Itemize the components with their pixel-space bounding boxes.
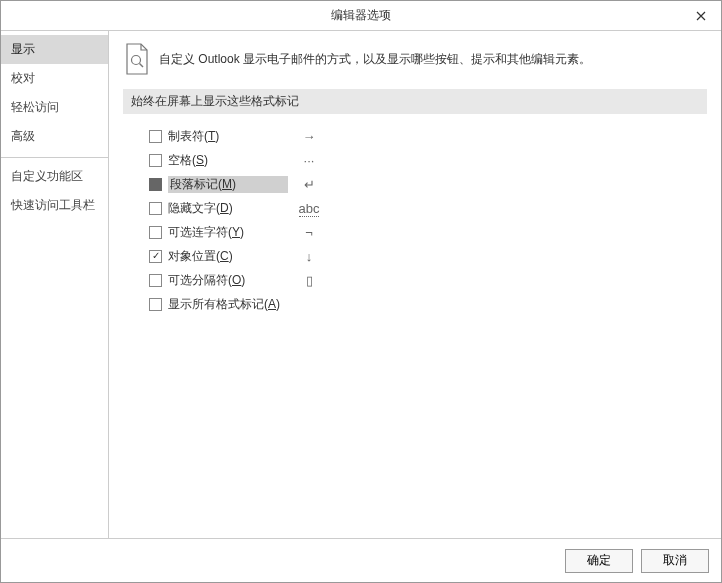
sidebar-item2-1[interactable]: 快速访问工具栏 <box>1 191 108 220</box>
option-row: 显示所有格式标记(A) <box>149 292 707 316</box>
dialog-body: 显示校对轻松访问高级自定义功能区快速访问工具栏 自定义 Outlook 显示电子… <box>1 31 721 538</box>
svg-point-0 <box>132 56 141 65</box>
sidebar: 显示校对轻松访问高级自定义功能区快速访问工具栏 <box>1 31 109 538</box>
option-label: 制表符(T) <box>168 128 288 145</box>
option-row: 可选分隔符(O)▯ <box>149 268 707 292</box>
option-row: 对象位置(C)↓ <box>149 244 707 268</box>
option-row: 制表符(T)→ <box>149 124 707 148</box>
option-checkbox[interactable] <box>149 130 162 143</box>
sidebar-item-2[interactable]: 轻松访问 <box>1 93 108 122</box>
close-icon <box>696 11 706 21</box>
option-checkbox[interactable] <box>149 154 162 167</box>
option-symbol: ↓ <box>294 249 324 264</box>
option-row: 段落标记(M)↵ <box>149 172 707 196</box>
option-label: 空格(S) <box>168 152 288 169</box>
options-list: 制表符(T)→空格(S)···段落标记(M)↵隐藏文字(D)abc可选连字符(Y… <box>123 122 707 316</box>
sidebar-item-3[interactable]: 高级 <box>1 122 108 151</box>
option-checkbox[interactable] <box>149 178 162 191</box>
option-checkbox[interactable] <box>149 298 162 311</box>
dialog-window: 编辑器选项 显示校对轻松访问高级自定义功能区快速访问工具栏 自定义 Outloo… <box>0 0 722 583</box>
dialog-footer: 确定 取消 <box>1 538 721 582</box>
cancel-button[interactable]: 取消 <box>641 549 709 573</box>
section-title: 始终在屏幕上显示这些格式标记 <box>123 89 707 114</box>
option-label: 对象位置(C) <box>168 248 288 265</box>
ok-button[interactable]: 确定 <box>565 549 633 573</box>
option-label: 段落标记(M) <box>168 176 288 193</box>
option-row: 隐藏文字(D)abc <box>149 196 707 220</box>
option-symbol: ··· <box>294 153 324 168</box>
option-checkbox[interactable] <box>149 250 162 263</box>
main-panel: 自定义 Outlook 显示电子邮件的方式，以及显示哪些按钮、提示和其他编辑元素… <box>109 31 721 538</box>
sidebar-separator <box>1 157 108 158</box>
document-search-icon <box>123 43 151 75</box>
option-label: 可选分隔符(O) <box>168 272 288 289</box>
sidebar-item-1[interactable]: 校对 <box>1 64 108 93</box>
option-symbol: ↵ <box>294 177 324 192</box>
option-checkbox[interactable] <box>149 274 162 287</box>
close-button[interactable] <box>681 1 721 30</box>
page-description: 自定义 Outlook 显示电子邮件的方式，以及显示哪些按钮、提示和其他编辑元素… <box>159 51 591 68</box>
option-checkbox[interactable] <box>149 202 162 215</box>
option-row: 空格(S)··· <box>149 148 707 172</box>
option-symbol: ¬ <box>294 225 324 240</box>
option-label: 隐藏文字(D) <box>168 200 288 217</box>
sidebar-item-0[interactable]: 显示 <box>1 35 108 64</box>
option-symbol: abc <box>294 201 324 216</box>
dialog-title: 编辑器选项 <box>331 7 391 24</box>
page-header: 自定义 Outlook 显示电子邮件的方式，以及显示哪些按钮、提示和其他编辑元素… <box>123 43 707 75</box>
sidebar-item2-0[interactable]: 自定义功能区 <box>1 162 108 191</box>
option-label: 可选连字符(Y) <box>168 224 288 241</box>
option-symbol: → <box>294 129 324 144</box>
titlebar: 编辑器选项 <box>1 1 721 31</box>
option-row: 可选连字符(Y)¬ <box>149 220 707 244</box>
option-label: 显示所有格式标记(A) <box>168 296 288 313</box>
option-checkbox[interactable] <box>149 226 162 239</box>
option-symbol: ▯ <box>294 273 324 288</box>
